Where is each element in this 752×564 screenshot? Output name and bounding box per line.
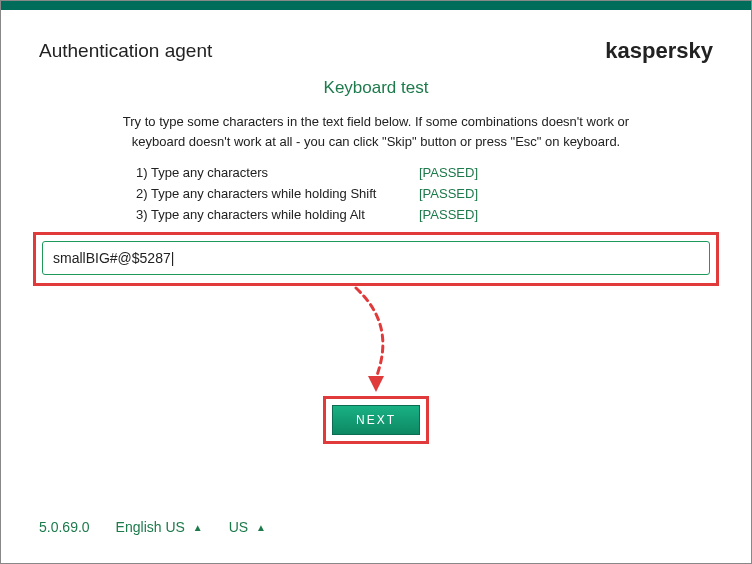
step-row: 3) Type any characters while holding Alt… (136, 207, 616, 222)
next-button[interactable]: NEXT (332, 405, 420, 435)
instructions-text: Try to type some characters in the text … (96, 112, 656, 151)
section-title: Keyboard test (39, 78, 713, 98)
step-label: 3) Type any characters while holding Alt (136, 207, 411, 222)
input-annotation-box (33, 232, 719, 286)
header: Authentication agent kaspersky (1, 10, 751, 70)
next-annotation-box: NEXT (323, 396, 429, 444)
step-row: 1) Type any characters [PASSED] (136, 165, 616, 180)
brand-topbar (1, 1, 751, 10)
version-label: 5.0.69.0 (39, 519, 90, 535)
step-row: 2) Type any characters while holding Shi… (136, 186, 616, 201)
layout-label: US (229, 519, 248, 535)
language-selector[interactable]: English US ▲ (116, 519, 203, 535)
arrow-icon (346, 286, 406, 394)
steps-list: 1) Type any characters [PASSED] 2) Type … (136, 165, 616, 222)
arrow-annotation (39, 286, 713, 396)
app-window: Authentication agent kaspersky Keyboard … (0, 0, 752, 564)
triangle-up-icon: ▲ (193, 522, 203, 533)
content-area: Keyboard test Try to type some character… (1, 78, 751, 444)
step-label: 1) Type any characters (136, 165, 411, 180)
brand-logo: kaspersky (605, 38, 713, 64)
step-status: [PASSED] (419, 207, 478, 222)
step-status: [PASSED] (419, 165, 478, 180)
next-wrap: NEXT (39, 396, 713, 444)
footer: 5.0.69.0 English US ▲ US ▲ (39, 519, 266, 535)
step-status: [PASSED] (419, 186, 478, 201)
step-label: 2) Type any characters while holding Shi… (136, 186, 411, 201)
layout-selector[interactable]: US ▲ (229, 519, 266, 535)
triangle-up-icon: ▲ (256, 522, 266, 533)
language-label: English US (116, 519, 185, 535)
app-title: Authentication agent (39, 40, 212, 62)
keyboard-test-input[interactable] (42, 241, 710, 275)
svg-marker-0 (368, 376, 384, 392)
